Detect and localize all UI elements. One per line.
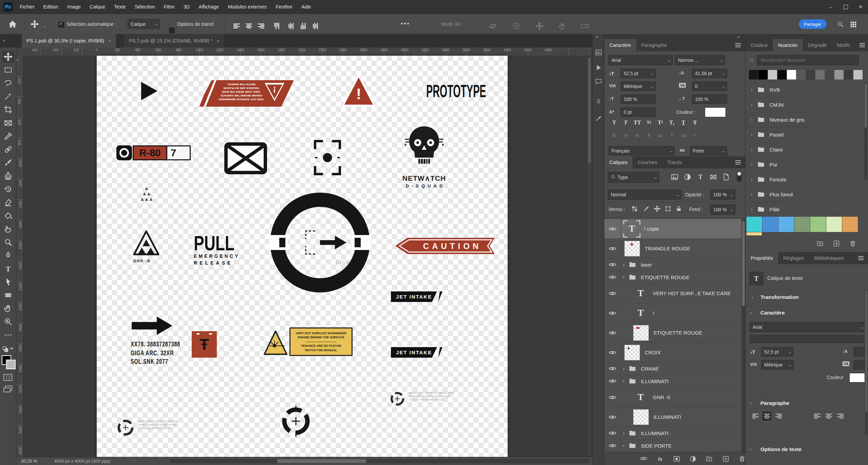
opentype-button-5[interactable]: T: [667, 132, 676, 138]
recent-swatch[interactable]: [825, 70, 834, 79]
tab-motifs[interactable]: Motifs: [832, 39, 855, 51]
layer-row[interactable]: T! copie: [604, 219, 741, 239]
menu-item-texte[interactable]: Texte: [110, 0, 130, 14]
swatch-group-niveaux-de-gris[interactable]: ›Niveaux de gris: [746, 112, 868, 127]
align-bottom-icon[interactable]: [300, 23, 306, 29]
align-right-icon[interactable]: [258, 23, 264, 29]
filter-toggle[interactable]: [737, 171, 742, 182]
layer-visibility-toggle[interactable]: [604, 343, 621, 362]
canvas-area[interactable]: 6004002000200400600800100012001400160018…: [16, 48, 592, 457]
tab-proprietes[interactable]: Propriétés: [746, 252, 778, 264]
panel-menu-icon[interactable]: [854, 252, 868, 264]
layer-filter-dropdown[interactable]: Type⌄: [608, 172, 659, 183]
props-font-family-chevron[interactable]: ⌄: [855, 322, 864, 332]
props-color-swatch[interactable]: [849, 373, 865, 382]
recent-swatch[interactable]: [844, 70, 853, 79]
color-swatch[interactable]: [778, 217, 794, 232]
color-swatch[interactable]: [810, 217, 826, 232]
layer-visibility-toggle[interactable]: [604, 375, 621, 387]
menu-item-fichier[interactable]: Fichier: [15, 0, 39, 14]
tool-smudge[interactable]: [2, 223, 14, 235]
layer-visibility-toggle[interactable]: [604, 323, 621, 342]
align-left-icon[interactable]: [233, 23, 240, 29]
align-top-icon[interactable]: [273, 23, 280, 29]
document-tab-1[interactable]: PS 1.psb @ 30,3% (! copie, RVB/8)×: [22, 34, 116, 48]
new-group-icon[interactable]: [706, 455, 713, 463]
group-chevron-icon[interactable]: ›: [623, 430, 625, 436]
mode3d-orbit-icon[interactable]: [489, 22, 497, 31]
group-chevron-icon[interactable]: ›: [621, 380, 626, 382]
text-style-button-6[interactable]: T: [679, 120, 688, 126]
tool-type[interactable]: T: [2, 263, 14, 274]
chevron-right-icon[interactable]: ›: [751, 207, 753, 212]
vertical-scale-field[interactable]: 100 %: [621, 94, 656, 104]
transform-controls-checkbox[interactable]: [169, 28, 175, 33]
chevron-right-icon[interactable]: ›: [751, 87, 753, 92]
opentype-button-6[interactable]: 1st: [679, 132, 688, 138]
tab-calques[interactable]: Calques: [604, 156, 633, 168]
tool-path-selection[interactable]: [2, 276, 14, 288]
swatch-group-pur[interactable]: ›Pur: [746, 157, 868, 172]
canvas-vertical-scrollbar[interactable]: [587, 56, 591, 456]
chevron-down-icon[interactable]: ›: [749, 403, 754, 404]
font-style-dropdown[interactable]: Narrow ...⌄: [675, 55, 725, 65]
swatch-partial[interactable]: [747, 232, 762, 235]
menu-item-3d[interactable]: 3D: [179, 0, 194, 14]
section-caractere[interactable]: Caractère: [760, 310, 785, 316]
align-justify-center-button[interactable]: [824, 411, 834, 421]
chevron-right-icon[interactable]: ›: [751, 132, 753, 137]
antialias-dropdown[interactable]: Forte⌄: [690, 146, 727, 156]
workspace-grid-icon[interactable]: [850, 21, 857, 28]
layer-visibility-toggle[interactable]: [604, 427, 621, 439]
swatch-group-plus-foncé[interactable]: ›Plus foncé: [746, 187, 868, 202]
screen-mode-icon[interactable]: [3, 385, 13, 393]
layer-row[interactable]: ›ETIQUETTE ROUGE: [604, 271, 741, 284]
tab-bibliotheques[interactable]: Bibliothèques: [809, 252, 849, 264]
adjustment-layer-icon[interactable]: [690, 455, 696, 463]
menu-item-affichage[interactable]: Affichage: [194, 0, 223, 14]
tool-eraser[interactable]: [2, 197, 14, 208]
align-left-button[interactable]: [750, 411, 760, 421]
layer-row[interactable]: ›SIDE PORTE: [604, 440, 741, 452]
tab-couleur[interactable]: Couleur: [746, 39, 773, 51]
layer-row[interactable]: TRIANGLE ROUGE: [604, 239, 741, 258]
align-justify-right-button[interactable]: [835, 411, 845, 421]
panel-icon-pen-tool[interactable]: [595, 98, 602, 106]
status-chevron-icon[interactable]: ›: [133, 458, 134, 463]
delete-layer-icon[interactable]: [739, 455, 745, 463]
tab-caractere[interactable]: Caractère: [604, 39, 636, 51]
layer-visibility-toggle[interactable]: [604, 440, 621, 452]
panel-icon-comments[interactable]: [595, 78, 602, 86]
tracking-field[interactable]: 0⌄: [692, 82, 727, 91]
tool-crop[interactable]: [2, 104, 14, 115]
link-layers-icon[interactable]: [640, 455, 647, 463]
color-swatch[interactable]: [762, 217, 778, 232]
text-style-button-4[interactable]: T¹: [656, 120, 665, 126]
move-tool-chevron-icon[interactable]: ⌄: [42, 24, 47, 28]
layer-row[interactable]: CROIX: [604, 343, 741, 362]
panel-menu-icon[interactable]: [731, 39, 745, 51]
font-family-dropdown[interactable]: Arial⌄: [608, 55, 673, 65]
swatch-group-pâle[interactable]: ›Pâle: [746, 202, 868, 217]
recent-swatch[interactable]: [796, 70, 806, 79]
tool-shape[interactable]: [2, 289, 14, 301]
panel-icon-actions[interactable]: [595, 64, 602, 71]
swatches-scrollbar[interactable]: [864, 82, 867, 181]
props-font-family-dropdown[interactable]: Arial: [750, 322, 854, 332]
mode3d-move-icon[interactable]: [535, 22, 544, 31]
fill-field[interactable]: 100 %⌄: [710, 204, 735, 215]
chevron-right-icon[interactable]: ›: [752, 295, 753, 300]
recent-swatch[interactable]: [749, 70, 758, 79]
filter-page-icon[interactable]: [722, 173, 731, 181]
layer-visibility-toggle[interactable]: [604, 239, 621, 258]
layer-visibility-toggle[interactable]: [604, 362, 621, 375]
tab-nuancier[interactable]: Nuancier: [773, 39, 803, 51]
props-font-size-field[interactable]: 52,5 pt⌄: [761, 347, 794, 357]
text-style-button-1[interactable]: T: [621, 120, 630, 126]
swatch-group-foncée[interactable]: ›Foncée: [746, 172, 868, 187]
filter-type-icon[interactable]: T: [697, 173, 705, 181]
panel-menu-icon[interactable]: [731, 156, 745, 168]
layer-visibility-toggle[interactable]: [604, 219, 621, 238]
horizontal-scrollbar[interactable]: [170, 459, 590, 463]
minimize-icon[interactable]: –: [823, 1, 838, 12]
